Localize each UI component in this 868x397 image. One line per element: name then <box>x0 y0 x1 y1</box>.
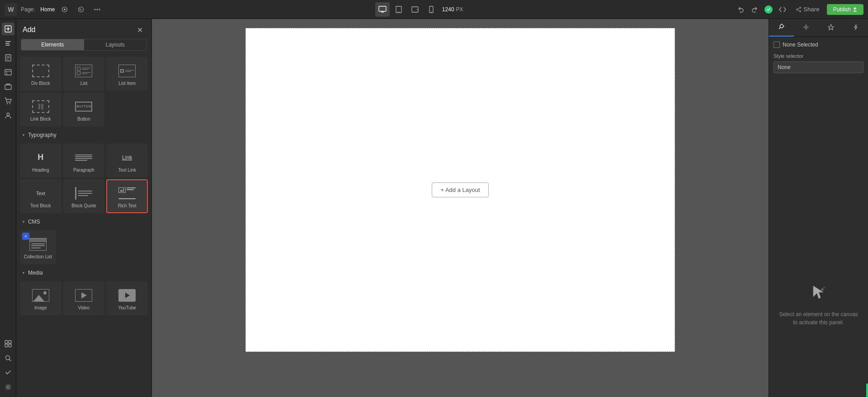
desktop-device-btn[interactable] <box>375 2 390 17</box>
dots-menu-icon[interactable] <box>91 3 104 16</box>
undo-preview-icon[interactable] <box>75 3 87 16</box>
svg-marker-48 <box>828 24 834 30</box>
navigator-icon[interactable] <box>2 37 14 50</box>
collection-list-label: Collection List <box>24 254 52 260</box>
svg-rect-41 <box>5 344 8 347</box>
button-label: Button <box>77 117 90 122</box>
settings-icon[interactable] <box>2 381 14 393</box>
list-icon <box>73 63 94 79</box>
style-selector-input[interactable] <box>774 61 863 73</box>
element-text-block[interactable]: Text Text Block <box>20 179 61 213</box>
tablet-landscape-btn[interactable] <box>408 2 422 17</box>
svg-line-18 <box>797 8 799 9</box>
element-button[interactable]: BUTTON Button <box>63 93 105 126</box>
svg-rect-40 <box>9 341 11 343</box>
youtube-label: YouTube <box>118 305 136 311</box>
cms-chevron: ▼ <box>22 220 25 224</box>
text-block-icon: Text <box>30 185 51 201</box>
basic-elements-grid: Div Block <box>16 54 151 129</box>
close-panel-button[interactable]: ✕ <box>134 24 145 35</box>
media-section-header[interactable]: ▼ Media <box>16 267 151 279</box>
element-rich-text[interactable]: Rich Text <box>106 179 148 213</box>
ecommerce-icon[interactable] <box>2 95 14 107</box>
topbar-center: 1240 PX <box>375 2 463 17</box>
assets-icon[interactable] <box>2 80 14 93</box>
element-text-link[interactable]: Link Text Link <box>106 144 148 177</box>
add-elements-icon[interactable] <box>2 23 14 35</box>
cms-icon[interactable] <box>2 66 14 79</box>
tab-elements[interactable]: Elements <box>21 39 84 50</box>
cms-section-header[interactable]: ▼ CMS <box>16 216 151 228</box>
cms-badge: ≡ <box>22 233 29 240</box>
cursor-icon <box>810 283 828 305</box>
element-list-item[interactable]: List Item <box>106 57 148 91</box>
page-name: Home <box>40 6 55 13</box>
app-logo: W <box>5 3 17 16</box>
integrations-icon[interactable] <box>2 337 14 350</box>
panel-tabs: Elements Layouts <box>21 39 147 51</box>
typography-section-header[interactable]: ▼ Typography <box>16 129 151 141</box>
share-button[interactable]: Share <box>793 4 823 14</box>
element-image[interactable]: Image <box>20 281 61 315</box>
canvas-scroll[interactable]: + Add a Layout <box>152 19 769 361</box>
video-icon <box>73 287 94 304</box>
empty-state-text: Select an element on the canvas to activ… <box>778 310 859 327</box>
checklist-icon[interactable] <box>2 366 14 379</box>
canvas-unit: PX <box>456 6 463 13</box>
svg-line-19 <box>797 9 799 10</box>
element-paragraph[interactable]: Paragraph <box>63 144 105 177</box>
element-link-block[interactable]: ⛓ Link Block <box>20 93 61 126</box>
tab-interactions[interactable] <box>819 19 844 37</box>
panel-header: Add ✕ <box>16 19 151 39</box>
heading-icon: H <box>30 149 51 166</box>
element-block-quote[interactable]: Block Quote <box>63 179 105 213</box>
svg-rect-26 <box>5 43 9 44</box>
topbar-left: W Page: Home <box>5 3 104 16</box>
canvas-page[interactable]: + Add a Layout <box>245 28 675 352</box>
svg-point-14 <box>431 11 432 12</box>
search-icon[interactable] <box>2 352 14 364</box>
media-chevron: ▼ <box>22 271 25 275</box>
green-accent-bar <box>866 383 868 397</box>
svg-rect-32 <box>5 70 11 75</box>
tab-layouts[interactable]: Layouts <box>84 39 147 50</box>
element-heading[interactable]: H Heading <box>20 144 61 177</box>
media-label: Media <box>28 270 43 276</box>
svg-rect-25 <box>5 41 11 42</box>
element-div-block[interactable]: Div Block <box>20 57 61 91</box>
svg-point-2 <box>79 7 84 12</box>
pages-icon[interactable] <box>2 51 14 64</box>
tab-settings-right[interactable] <box>794 19 819 37</box>
undo-button[interactable] <box>735 3 747 16</box>
redo-button[interactable] <box>748 3 761 16</box>
collection-list-icon <box>28 236 48 252</box>
tab-lightning[interactable] <box>843 19 868 37</box>
mobile-device-btn[interactable] <box>424 2 439 17</box>
svg-point-16 <box>800 10 801 12</box>
share-label: Share <box>803 6 820 13</box>
cms-item-area: ≡ Collection List <box>16 228 151 267</box>
none-checkbox <box>774 42 780 48</box>
page-settings-icon[interactable] <box>58 3 71 16</box>
element-video[interactable]: Video <box>63 281 105 315</box>
element-collection-list[interactable]: ≡ Collection List <box>20 230 56 264</box>
add-layout-button[interactable]: + Add a Layout <box>432 182 488 197</box>
rich-text-label: Rich Text <box>118 203 137 209</box>
text-link-label: Text Link <box>118 168 136 173</box>
page-label: Page: <box>21 6 35 13</box>
tablet-device-btn[interactable] <box>392 2 406 17</box>
typography-grid: H Heading Paragraph <box>16 141 151 216</box>
paragraph-icon <box>73 149 94 166</box>
text-link-icon: Link <box>117 149 137 166</box>
element-list[interactable]: List <box>63 57 105 91</box>
publish-label: Publish <box>833 6 851 13</box>
paragraph-label: Paragraph <box>73 168 94 173</box>
youtube-icon <box>117 287 137 304</box>
code-editor-button[interactable] <box>776 3 789 16</box>
element-youtube[interactable]: YouTube <box>106 281 148 315</box>
users-icon[interactable] <box>2 109 14 122</box>
publish-button[interactable]: Publish <box>827 4 863 15</box>
style-selector-label: Style selector <box>774 53 863 59</box>
tab-style[interactable] <box>769 19 794 37</box>
svg-point-17 <box>797 9 798 10</box>
